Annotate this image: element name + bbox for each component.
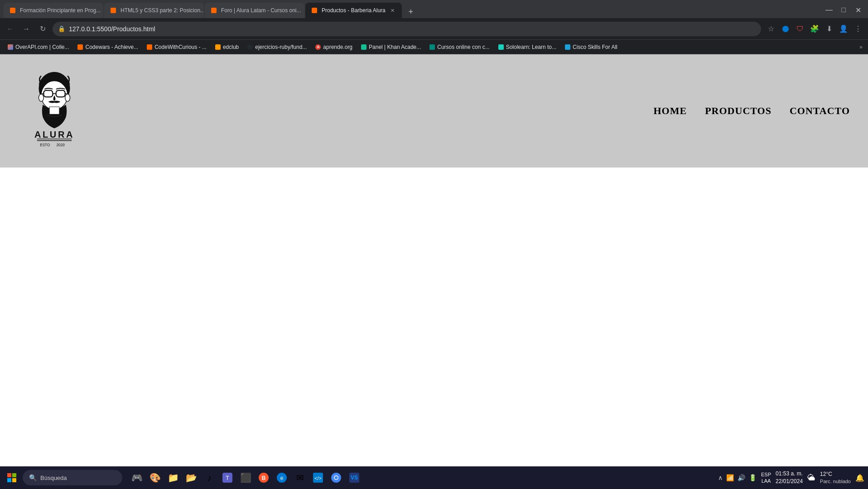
taskbar-clock[interactable]: 01:53 a. m. 22/01/2024	[776, 470, 803, 485]
wifi-icon[interactable]: 📶	[726, 474, 734, 481]
bookmark-overapi-favicon	[7, 44, 14, 50]
taskbar-icon-roblox[interactable]: ⬛	[237, 470, 254, 486]
language-code: ESP	[761, 471, 771, 478]
taskbar-icon-brave[interactable]: B	[256, 470, 272, 486]
nav-home[interactable]: HOME	[654, 105, 687, 117]
tab-3[interactable]: Foro | Alura Latam - Cursos oni... ✕	[205, 3, 304, 18]
bookmark-star-button[interactable]: ☆	[765, 23, 777, 35]
bookmark-codewars[interactable]: Codewars - Achieve...	[73, 41, 142, 53]
tab-4-close[interactable]: ✕	[389, 7, 396, 14]
bookmark-overapi[interactable]: OverAPI.com | Colle...	[4, 41, 72, 53]
weather-icon: 🌥	[807, 473, 815, 483]
svg-text:ALURA: ALURA	[34, 129, 74, 139]
search-text: Búsqueda	[40, 475, 67, 481]
extensions-button[interactable]: 🧩	[808, 23, 821, 35]
bookmark-edclub-label: edclub	[223, 44, 239, 50]
clock-time: 01:53 a. m.	[776, 470, 803, 478]
bookmark-khan[interactable]: Panel | Khan Acade...	[357, 41, 424, 53]
bookmark-edclub[interactable]: edclub	[211, 41, 242, 53]
taskbar-icon-palette[interactable]: 🎨	[147, 470, 163, 486]
taskbar-icon-game[interactable]: 🎮	[129, 470, 145, 486]
website-content: ALURA ESTO 2020 HOME PRODUCTOS CONTACTO	[0, 54, 868, 489]
bookmark-codewithcurious[interactable]: CodeWithCurious - ...	[143, 41, 210, 53]
bookmark-cisco[interactable]: Cisco Skills For All	[561, 41, 621, 53]
settings-button[interactable]: ⋮	[852, 23, 864, 35]
search-icon: 🔍	[29, 474, 37, 481]
reload-button[interactable]: ↻	[36, 23, 49, 35]
nav-contacto[interactable]: CONTACTO	[790, 105, 850, 117]
svg-point-9	[65, 94, 70, 101]
language-indicator[interactable]: ESP LAA	[761, 471, 771, 484]
taskbar: 🔍 Búsqueda 🎮 🎨 📁 📂 ♪ T ⬛ B e ✉ </>	[0, 466, 868, 489]
address-bar: ← → ↻ 🔒 127.0.0.1:5500/Productos.html ☆ …	[0, 18, 868, 40]
tab-4-active[interactable]: Productos - Barberia Alura ✕	[305, 3, 402, 18]
tab-4-favicon	[311, 7, 318, 14]
weather-temp: 12°C	[820, 470, 851, 478]
tab-2[interactable]: HTML5 y CSS3 parte 2: Posicion... ✕	[104, 3, 204, 18]
svg-text:2020: 2020	[57, 143, 65, 147]
svg-point-29	[335, 476, 338, 479]
site-navigation: HOME PRODUCTOS CONTACTO	[654, 105, 850, 117]
bookmark-sololearn-label: Sololearn: Learn to...	[506, 44, 556, 50]
taskbar-icon-vscode[interactable]: VS	[346, 470, 362, 486]
clock-date: 22/01/2024	[776, 478, 803, 485]
notifications-icon[interactable]: 🔔	[855, 474, 864, 482]
taskbar-weather[interactable]: 🌥	[807, 473, 815, 483]
svg-rect-18	[12, 478, 16, 482]
download-button[interactable]: ⬇	[823, 23, 835, 35]
bookmark-edclub-favicon	[215, 44, 221, 50]
shield-button[interactable]: 🛡	[794, 23, 806, 35]
taskbar-icon-dev[interactable]: </>	[310, 470, 326, 486]
profile-button[interactable]: 👤	[837, 23, 850, 35]
nav-productos[interactable]: PRODUCTOS	[705, 105, 772, 117]
bookmark-sololearn[interactable]: Sololearn: Learn to...	[494, 41, 560, 53]
bookmark-aprende-favicon: A	[315, 44, 321, 50]
taskbar-search[interactable]: 🔍 Búsqueda	[23, 470, 122, 485]
taskbar-icon-mail[interactable]: ✉	[292, 470, 308, 486]
bookmark-aprende-label: aprende.org	[323, 44, 352, 50]
battery-icon[interactable]: 🔋	[749, 474, 757, 481]
bookmark-github[interactable]: ejercicios-ruby/fund...	[243, 41, 310, 53]
bookmark-cursos-label: Cursos online con c...	[437, 44, 489, 50]
bookmark-sololearn-favicon	[498, 44, 504, 50]
tab-3-title: Foro | Alura Latam - Cursos oni...	[221, 7, 301, 14]
edge-icon[interactable]	[779, 23, 792, 35]
new-tab-button[interactable]: +	[405, 5, 417, 18]
bookmark-cwc-favicon	[146, 44, 153, 50]
start-button[interactable]	[4, 470, 20, 486]
bookmark-github-favicon	[247, 44, 253, 50]
bookmarks-more-button[interactable]: »	[858, 43, 864, 51]
taskbar-icon-edge[interactable]: e	[274, 470, 290, 486]
bookmark-github-label: ejercicios-ruby/fund...	[255, 44, 307, 50]
taskbar-icon-teams[interactable]: T	[219, 470, 236, 486]
taskbar-icon-tiktok[interactable]: ♪	[201, 470, 217, 486]
bookmark-cursos[interactable]: Cursos online con c...	[425, 41, 493, 53]
svg-text:e: e	[280, 475, 284, 481]
minimize-button[interactable]: —	[823, 4, 835, 16]
close-window-button[interactable]: ✕	[852, 4, 864, 16]
bookmark-aprende[interactable]: A aprende.org	[311, 41, 356, 53]
taskbar-icon-chrome[interactable]	[328, 470, 344, 486]
svg-rect-16	[12, 473, 16, 477]
address-text: 127.0.0.1:5500/Productos.html	[69, 25, 756, 33]
back-button[interactable]: ←	[4, 23, 16, 35]
maximize-button[interactable]: □	[837, 4, 850, 16]
taskbar-icon-folder[interactable]: 📁	[165, 470, 181, 486]
tab-2-favicon	[110, 7, 117, 14]
bookmark-overapi-label: OverAPI.com | Colle...	[15, 44, 69, 50]
weather-desc: Parc. nublado	[820, 478, 851, 485]
weather-info: 12°C Parc. nublado	[820, 470, 851, 485]
bookmark-cisco-label: Cisco Skills For All	[573, 44, 617, 50]
notification-area: ∧ 📶 🔊 🔋	[718, 474, 757, 481]
forward-button[interactable]: →	[20, 23, 33, 35]
tab-1[interactable]: Formación Principiante en Prog... ✕	[4, 3, 103, 18]
bookmarks-bar: OverAPI.com | Colle... Codewars - Achiev…	[0, 40, 868, 54]
tab-1-title: Formación Principiante en Prog...	[20, 7, 101, 14]
chevron-up-icon[interactable]: ∧	[718, 474, 723, 481]
taskbar-icon-files[interactable]: 📂	[183, 470, 199, 486]
language-variant: LAA	[761, 478, 771, 484]
svg-rect-17	[7, 478, 11, 482]
taskbar-app-icons: 🎮 🎨 📁 📂 ♪ T ⬛ B e ✉ </>	[129, 470, 362, 486]
address-input[interactable]: 🔒 127.0.0.1:5500/Productos.html	[53, 22, 761, 36]
volume-icon[interactable]: 🔊	[738, 474, 745, 481]
